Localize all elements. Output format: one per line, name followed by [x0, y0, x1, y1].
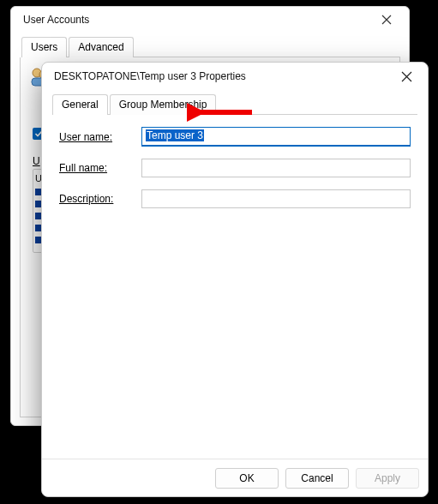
input-full-name[interactable] — [141, 159, 411, 177]
field-user-name: User name: Temp user 3 — [59, 127, 411, 147]
label-full-name: Full name: — [59, 162, 141, 174]
close-icon — [401, 71, 412, 82]
close-icon — [381, 15, 392, 25]
tab-general[interactable]: General — [52, 94, 108, 115]
tab-advanced[interactable]: Advanced — [69, 37, 133, 57]
input-description[interactable] — [141, 189, 411, 208]
label-description: Description: — [59, 193, 141, 205]
properties-body: General Group Membership User name: Temp… — [42, 90, 428, 459]
parent-tabs: Users Advanced — [21, 36, 400, 57]
properties-footer: OK Cancel Apply — [42, 459, 428, 496]
users-section-label: U — [33, 155, 40, 167]
field-full-name: Full name: — [59, 159, 411, 177]
close-button-parent[interactable] — [369, 9, 404, 30]
properties-title: DESKTOPATONE\Temp user 3 Properties — [54, 70, 246, 82]
user-accounts-title: User Accounts — [23, 14, 89, 26]
apply-button[interactable]: Apply — [356, 468, 419, 489]
input-user-name[interactable]: Temp user 3 — [141, 127, 411, 147]
input-user-name-value: Temp user 3 — [146, 129, 204, 141]
properties-titlebar: DESKTOPATONE\Temp user 3 Properties — [42, 63, 428, 90]
label-user-name: User name: — [59, 131, 141, 143]
tab-group-membership[interactable]: Group Membership — [110, 94, 217, 115]
user-properties-dialog: DESKTOPATONE\Temp user 3 Properties Gene… — [41, 62, 429, 497]
ok-button[interactable]: OK — [215, 468, 279, 489]
tab-users[interactable]: Users — [21, 37, 67, 57]
close-button-modal[interactable] — [388, 65, 424, 87]
general-panel: User name: Temp user 3 Full name: Descri… — [52, 115, 417, 372]
cancel-button[interactable]: Cancel — [285, 468, 349, 489]
properties-tabs: General Group Membership — [52, 93, 417, 115]
user-accounts-titlebar: User Accounts — [11, 7, 409, 33]
field-description: Description: — [59, 189, 411, 208]
